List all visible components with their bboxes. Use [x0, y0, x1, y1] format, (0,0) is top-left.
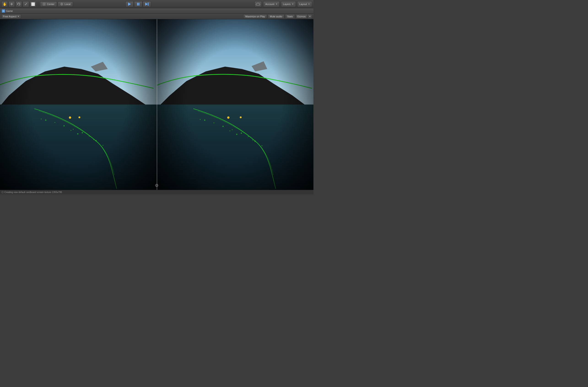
- gizmos-label: Gizmos: [297, 15, 306, 18]
- account-arrow: ▼: [275, 3, 277, 5]
- rect-tool[interactable]: ⬜: [30, 1, 36, 7]
- game-tab[interactable]: G Game: [2, 9, 13, 13]
- svg-marker-9: [145, 2, 147, 6]
- svg-point-20: [103, 145, 104, 146]
- right-controls: Account ▼ Layers ▼ Layout ▼: [254, 1, 312, 7]
- account-dropdown[interactable]: Account ▼: [263, 1, 280, 7]
- svg-rect-7: [137, 3, 138, 5]
- status-message: ⓘ Creating new default cardboard screen …: [1, 191, 62, 194]
- right-eye-view: [157, 19, 314, 190]
- layout-arrow: ▼: [308, 3, 310, 5]
- stats-label: Stats: [287, 15, 293, 18]
- move-tool[interactable]: ✛: [8, 1, 15, 7]
- svg-point-29: [222, 125, 224, 127]
- vr-center-divider: [157, 19, 157, 190]
- vr-settings-gear[interactable]: ⚙: [155, 183, 159, 188]
- svg-marker-26: [252, 61, 268, 71]
- svg-marker-0: [17, 4, 18, 5]
- rotate-tool[interactable]: [16, 1, 22, 7]
- svg-marker-6: [128, 2, 131, 6]
- pivot-tools: Center Local: [40, 1, 73, 7]
- svg-point-37: [236, 134, 237, 135]
- maximize-on-play-button[interactable]: Maximize on Play: [243, 14, 267, 19]
- game-view: ⚙: [0, 19, 314, 190]
- game-tab-icon: G: [2, 9, 5, 13]
- svg-point-13: [45, 119, 46, 121]
- svg-point-34: [261, 145, 262, 146]
- main-toolbar: ✋ ✛ ⤢ ⬜ Center: [0, 0, 314, 8]
- game-toolbar: Free Aspect ▼ Maximize on Play Mute audi…: [0, 14, 314, 19]
- separator-1: [38, 1, 38, 7]
- status-bar: ⓘ Creating new default cardboard screen …: [0, 190, 314, 194]
- cloud-button[interactable]: [254, 1, 262, 7]
- account-label: Account: [265, 3, 274, 5]
- layers-arrow: ▼: [292, 3, 294, 5]
- svg-rect-10: [148, 2, 148, 6]
- game-options: Maximize on Play Mute audio Stats Gizmos…: [243, 14, 312, 19]
- svg-point-35: [200, 119, 201, 120]
- right-green-path: [157, 96, 314, 190]
- game-panel-header: G Game: [0, 8, 314, 14]
- svg-point-17: [82, 132, 83, 133]
- left-waypoint-2: [79, 116, 80, 118]
- left-eye-view: [0, 19, 157, 190]
- svg-point-22: [70, 130, 71, 131]
- play-button[interactable]: [125, 1, 134, 7]
- svg-point-21: [41, 119, 42, 119]
- svg-point-15: [63, 125, 65, 126]
- center-label: Center: [47, 3, 54, 5]
- svg-point-30: [232, 129, 233, 130]
- mute-label: Mute audio: [270, 15, 282, 18]
- stats-button[interactable]: Stats: [285, 14, 295, 19]
- svg-point-27: [204, 119, 206, 121]
- svg-point-2: [44, 4, 45, 5]
- layout-dropdown[interactable]: Layout ▼: [297, 1, 312, 7]
- svg-point-33: [254, 141, 256, 142]
- center-icon: [42, 2, 46, 6]
- left-green-path: [0, 96, 157, 190]
- svg-point-18: [89, 136, 90, 137]
- svg-marker-12: [91, 62, 108, 71]
- svg-point-19: [95, 140, 97, 141]
- aspect-label: Free Aspect: [3, 15, 17, 18]
- svg-point-31: [241, 132, 242, 134]
- layers-dropdown[interactable]: Layers ▼: [281, 1, 296, 7]
- svg-point-28: [213, 122, 214, 123]
- svg-point-16: [73, 129, 74, 130]
- svg-point-14: [54, 122, 55, 123]
- scale-tool[interactable]: ⤢: [23, 1, 29, 7]
- gizmos-button[interactable]: Gizmos: [295, 14, 307, 19]
- aspect-ratio-dropdown[interactable]: Free Aspect ▼: [1, 14, 21, 19]
- game-tab-label: Game: [6, 10, 13, 12]
- layout-label: Layout: [299, 3, 307, 5]
- transform-tools: ✋ ✛ ⤢ ⬜: [1, 1, 36, 7]
- maximize-label: Maximize on Play: [245, 15, 265, 18]
- aspect-arrow: ▼: [17, 15, 20, 18]
- mute-audio-button[interactable]: Mute audio: [268, 14, 284, 19]
- local-icon: [60, 2, 63, 6]
- step-button[interactable]: [143, 1, 151, 7]
- svg-point-24: [93, 139, 94, 140]
- gizmos-dropdown-arrow[interactable]: ▼: [308, 14, 312, 19]
- vr-viewport: ⚙: [0, 19, 314, 190]
- pause-button[interactable]: [134, 1, 142, 7]
- layers-label: Layers: [283, 3, 291, 5]
- center-button[interactable]: Center: [40, 1, 57, 7]
- playback-controls: [125, 1, 151, 7]
- svg-point-38: [252, 140, 253, 141]
- svg-point-32: [248, 136, 249, 137]
- svg-point-23: [77, 133, 79, 135]
- svg-rect-8: [138, 3, 139, 5]
- local-button[interactable]: Local: [58, 1, 73, 7]
- local-label: Local: [64, 3, 70, 5]
- svg-point-36: [230, 130, 231, 131]
- hand-tool[interactable]: ✋: [1, 1, 8, 7]
